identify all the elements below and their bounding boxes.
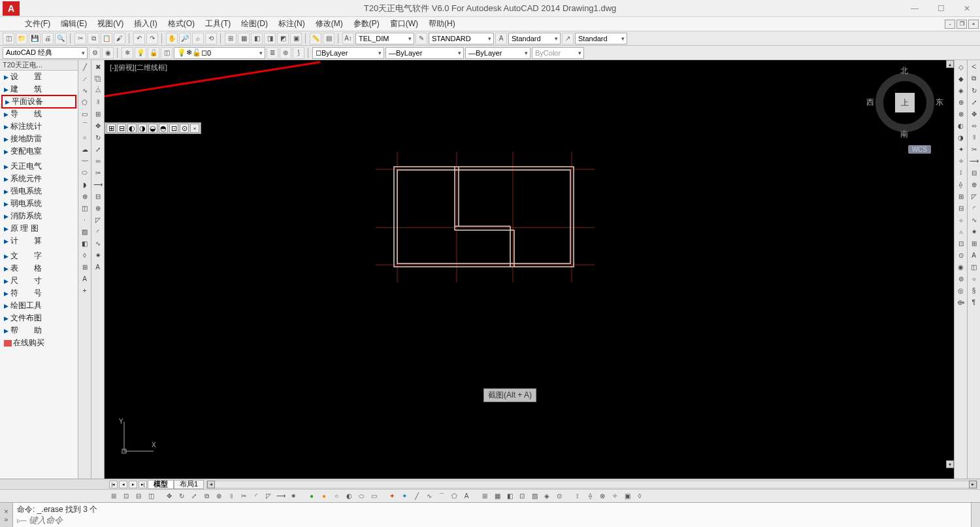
mlstyle-select[interactable]: Standard bbox=[575, 33, 627, 44]
bt17-icon[interactable]: ● bbox=[319, 491, 329, 502]
mtext-icon[interactable]: A bbox=[80, 273, 90, 284]
mdi-minimize[interactable]: - bbox=[945, 20, 955, 29]
workspace-settings-icon[interactable]: ⚙ bbox=[89, 47, 101, 59]
color-select[interactable]: ◻ ByLayer bbox=[312, 47, 384, 59]
layer-on-icon[interactable]: 💡 bbox=[135, 47, 146, 59]
r18-icon[interactable]: ◉ bbox=[956, 262, 966, 272]
r7-icon[interactable]: ◑ bbox=[956, 132, 966, 143]
r14-icon[interactable]: ⟐ bbox=[956, 214, 966, 225]
r9-icon[interactable]: ✧ bbox=[956, 156, 966, 166]
gradient-icon[interactable]: ◧ bbox=[80, 238, 90, 248]
mkm-icon[interactable]: ◩ bbox=[277, 33, 289, 44]
linetype-select[interactable]: — ByLayer bbox=[385, 47, 464, 59]
rb1-icon[interactable]: ⵦ bbox=[969, 61, 979, 72]
bt40-icon[interactable]: ▣ bbox=[622, 491, 632, 502]
tree-item-0[interactable]: ▶设 置 bbox=[0, 71, 78, 83]
bt23-icon[interactable]: ✦ bbox=[399, 491, 410, 502]
calc-icon[interactable]: ▤ bbox=[323, 33, 335, 44]
region-icon[interactable]: ◊ bbox=[80, 250, 90, 260]
tree-item-14[interactable]: ▶文 字 bbox=[0, 250, 78, 262]
open-icon[interactable]: 📁 bbox=[16, 33, 27, 44]
save-icon[interactable]: 💾 bbox=[29, 33, 41, 44]
r12-icon[interactable]: ⊞ bbox=[956, 191, 966, 201]
mdi-restore[interactable]: ❐ bbox=[956, 20, 967, 29]
dimedit-icon[interactable]: ✎ bbox=[416, 33, 427, 44]
layer-lock-icon[interactable]: 🔓 bbox=[148, 47, 159, 59]
chamfer-icon[interactable]: ◸ bbox=[93, 214, 103, 225]
rb10-icon[interactable]: ⊟ bbox=[969, 167, 979, 178]
close-button[interactable]: ✕ bbox=[954, 1, 980, 16]
r20-icon[interactable]: ◎ bbox=[956, 285, 966, 296]
bt7-icon[interactable]: ⤢ bbox=[189, 491, 199, 502]
zoomprev-icon[interactable]: ⟲ bbox=[205, 33, 217, 44]
erase-icon[interactable]: ✖ bbox=[93, 61, 103, 72]
plotstyle-select[interactable]: ByColor bbox=[532, 47, 584, 59]
rb14-icon[interactable]: ∿ bbox=[969, 214, 979, 225]
command-input[interactable] bbox=[29, 515, 290, 525]
layer-freeze-icon[interactable]: ❄ bbox=[122, 47, 133, 59]
menu-file[interactable]: 文件(F) bbox=[20, 17, 56, 31]
bt10-icon[interactable]: ⫴ bbox=[226, 491, 237, 502]
arc-icon[interactable]: ⌒ bbox=[80, 120, 90, 131]
tree-item-5[interactable]: ▶接地防雷 bbox=[0, 133, 78, 145]
copy2-icon[interactable]: ⿻ bbox=[93, 73, 103, 84]
stretch-icon[interactable]: ⬄ bbox=[93, 156, 103, 166]
bt26-icon[interactable]: ⌒ bbox=[436, 491, 447, 502]
ellipsearc-icon[interactable]: ◗ bbox=[80, 179, 90, 190]
bt1-icon[interactable]: ⊞ bbox=[108, 491, 119, 502]
bt28-icon[interactable]: A bbox=[461, 491, 472, 502]
tree-item-7[interactable]: ▶天正电气 bbox=[0, 160, 78, 173]
menu-insert[interactable]: 插入(I) bbox=[129, 17, 162, 31]
viewcube-face[interactable]: 上 bbox=[895, 93, 915, 112]
bt2-icon[interactable]: ⊡ bbox=[121, 491, 131, 502]
r6-icon[interactable]: ◐ bbox=[956, 120, 966, 131]
vscroll-down[interactable]: ▾ bbox=[946, 460, 954, 468]
bt5-icon[interactable]: ✥ bbox=[164, 491, 174, 502]
line-icon[interactable]: ╱ bbox=[80, 61, 90, 72]
grp-icon[interactable]: ▣ bbox=[290, 33, 302, 44]
bt19-icon[interactable]: ◐ bbox=[344, 491, 354, 502]
dir-north[interactable]: 北 bbox=[900, 65, 908, 76]
menu-help[interactable]: 帮助(H) bbox=[423, 17, 461, 31]
menu-tools[interactable]: 工具(T) bbox=[200, 17, 236, 31]
wcs-badge[interactable]: WCS bbox=[908, 145, 931, 154]
bt37-icon[interactable]: ⟠ bbox=[585, 491, 595, 502]
trim-icon[interactable]: ✂ bbox=[93, 167, 103, 178]
textedit-icon[interactable]: A bbox=[495, 33, 507, 44]
dc-icon[interactable]: ▦ bbox=[238, 33, 250, 44]
rb7-icon[interactable]: ⫴ bbox=[969, 132, 979, 143]
spline-icon[interactable]: 〰 bbox=[80, 156, 90, 166]
tree-item-1[interactable]: ▶建 筑 bbox=[0, 83, 78, 95]
pline-icon[interactable]: ∿ bbox=[80, 85, 90, 95]
menu-format[interactable]: 格式(O) bbox=[163, 17, 200, 31]
rb21-icon[interactable]: ¶ bbox=[969, 297, 979, 307]
menu-window[interactable]: 窗口(W) bbox=[385, 17, 423, 31]
xline-icon[interactable]: ⟋ bbox=[80, 73, 90, 84]
tp-icon[interactable]: ◧ bbox=[251, 33, 263, 44]
tree-panel-title[interactable]: T20天正电... bbox=[0, 60, 78, 71]
fillet-icon[interactable]: ◜ bbox=[93, 226, 103, 237]
redo-icon[interactable]: ↷ bbox=[146, 33, 158, 44]
r17-icon[interactable]: ⊙ bbox=[956, 250, 966, 260]
hscrollbar[interactable]: ◂▸ bbox=[206, 481, 977, 488]
bt24-icon[interactable]: ╱ bbox=[412, 491, 422, 502]
tree-item-buy[interactable]: 在线购买 bbox=[0, 337, 78, 349]
rb4-icon[interactable]: ⤢ bbox=[969, 97, 979, 107]
tree-item-8[interactable]: ▶系统元件 bbox=[0, 173, 78, 185]
r15-icon[interactable]: ⟑ bbox=[956, 226, 966, 237]
r2-icon[interactable]: ◆ bbox=[956, 73, 966, 84]
rb12-icon[interactable]: ◸ bbox=[969, 191, 979, 201]
layermgr-icon[interactable]: ≣ bbox=[267, 47, 278, 59]
explode-icon[interactable]: ✷ bbox=[93, 250, 103, 260]
copy-icon[interactable]: ⧉ bbox=[88, 33, 99, 44]
layerstate-icon[interactable]: ⊕ bbox=[280, 47, 291, 59]
bt31-icon[interactable]: ◧ bbox=[504, 491, 515, 502]
annoscale-icon[interactable]: A↕ bbox=[342, 33, 354, 44]
r3-icon[interactable]: ◈ bbox=[956, 85, 966, 95]
ssm-icon[interactable]: ◨ bbox=[264, 33, 276, 44]
table-icon[interactable]: ⊞ bbox=[80, 262, 90, 272]
tree-item-6[interactable]: ▶变配电室 bbox=[0, 145, 78, 158]
extend-icon[interactable]: ⟶ bbox=[93, 179, 103, 190]
rb20-icon[interactable]: § bbox=[969, 285, 979, 296]
r5-icon[interactable]: ⊗ bbox=[956, 109, 966, 119]
